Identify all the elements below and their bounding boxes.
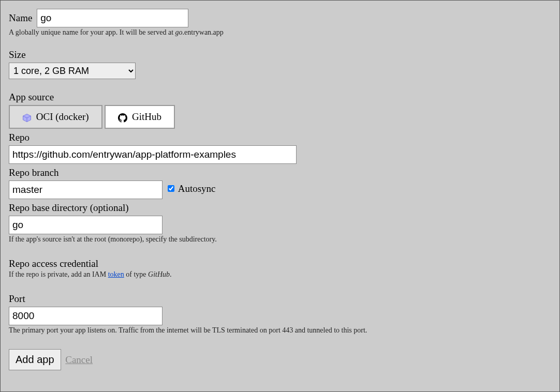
autosync-label: Autosync xyxy=(178,183,216,194)
basedir-help: If the app's source isn't at the root (m… xyxy=(9,235,551,244)
basedir-section: Repo base directory (optional) If the ap… xyxy=(9,202,551,244)
name-help: A globally unique name for your app. It … xyxy=(9,28,551,37)
credential-help-suffix: . xyxy=(170,270,172,278)
size-select[interactable]: 1 core, 2 GB RAM xyxy=(9,63,136,79)
size-section: Size 1 core, 2 GB RAM xyxy=(9,49,551,79)
name-help-domain: go xyxy=(175,28,183,36)
cube-icon xyxy=(22,113,32,123)
token-link[interactable]: token xyxy=(108,270,124,278)
name-help-prefix: A globally unique name for your app. It … xyxy=(9,28,175,36)
credential-label: Repo access credential xyxy=(9,258,551,269)
github-icon xyxy=(118,113,127,123)
basedir-label: Repo base directory (optional) xyxy=(9,202,551,214)
source-github-button[interactable]: GitHub xyxy=(105,105,175,129)
name-help-suffix: .entrywan.app xyxy=(183,28,224,36)
port-section: Port The primary port your app listens o… xyxy=(9,293,551,335)
name-input[interactable] xyxy=(37,9,188,27)
branch-label: Repo branch xyxy=(9,167,551,178)
add-app-button[interactable]: Add app xyxy=(9,349,61,370)
repo-section: Repo xyxy=(9,132,551,164)
port-input[interactable] xyxy=(9,307,163,325)
source-section: App source OCI (docker) GitHub xyxy=(9,92,551,129)
source-github-label: GitHub xyxy=(132,111,161,122)
repo-input[interactable] xyxy=(9,145,297,164)
branch-section: Repo branch Autosync xyxy=(9,167,551,199)
source-oci-label: OCI (docker) xyxy=(36,111,89,122)
size-label: Size xyxy=(9,49,551,61)
actions-section: Add app Cancel xyxy=(9,349,551,370)
cancel-link[interactable]: Cancel xyxy=(65,354,93,365)
form-container: Name A globally unique name for your app… xyxy=(0,0,560,392)
credential-help-prefix: If the repo is private, add an IAM xyxy=(9,270,108,278)
name-section: Name A globally unique name for your app… xyxy=(9,9,551,37)
credential-section: Repo access credential If the repo is pr… xyxy=(9,258,551,279)
port-help: The primary port your app listens on. Tr… xyxy=(9,326,551,335)
source-oci-button[interactable]: OCI (docker) xyxy=(9,105,102,129)
repo-label: Repo xyxy=(9,132,551,143)
branch-input[interactable] xyxy=(9,180,163,199)
credential-help: If the repo is private, add an IAM token… xyxy=(9,270,551,279)
basedir-input[interactable] xyxy=(9,216,163,234)
credential-help-type: GitHub xyxy=(148,270,170,278)
name-label: Name xyxy=(9,12,32,23)
credential-help-mid: of type xyxy=(124,270,148,278)
source-label: App source xyxy=(9,92,551,103)
port-label: Port xyxy=(9,293,551,305)
autosync-checkbox[interactable] xyxy=(168,185,174,192)
